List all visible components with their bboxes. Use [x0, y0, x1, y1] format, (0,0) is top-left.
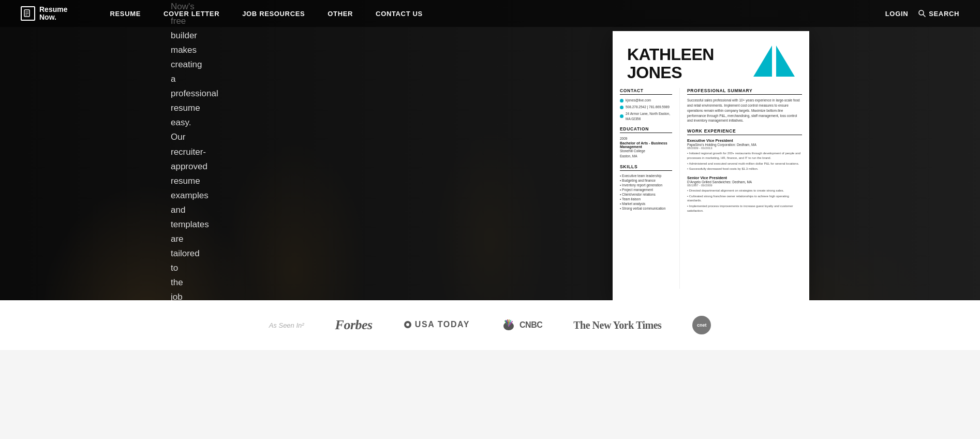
- hero-content: Get an Interview-Winning Resume in Minut…: [0, 0, 466, 300]
- nav-other[interactable]: OTHER: [316, 0, 364, 27]
- job1: Executive Vice President PapaSino's Hold…: [687, 138, 802, 171]
- resume-left-column: CONTACT kjones@live.com 508.278.2542 | 7…: [613, 88, 680, 289]
- job-bullet: Initiated regional growth for 200+ resta…: [687, 151, 802, 160]
- nyt-logo: The New York Times: [573, 319, 661, 331]
- resume-preview-card: KATHLEEN JONES CONTACT kjones@live.com: [613, 31, 809, 300]
- job1-bullets: Initiated regional growth for 200+ resta…: [687, 151, 802, 171]
- navbar: Resume Now. RESUME COVER LETTER JOB RESO…: [0, 0, 980, 27]
- logo-text: Resume Now.: [39, 6, 67, 22]
- forbes-logo: Forbes: [335, 317, 373, 333]
- logo-icon: [21, 6, 35, 21]
- resume-address: 24 Armor Lane, North Easton, MA 02356: [620, 111, 672, 122]
- cnbc-peacock-icon: [501, 319, 516, 331]
- svg-point-11: [406, 323, 409, 326]
- skill-item: Team liaison: [620, 197, 672, 201]
- nav-contact-us[interactable]: CONTACT US: [364, 0, 434, 27]
- cnbc-logo: CNBC: [501, 319, 542, 331]
- nav-job-resources[interactable]: JOB RESOURCES: [231, 0, 316, 27]
- work-section-title: WORK EXPERIENCE: [687, 128, 802, 135]
- resume-header: KATHLEEN JONES: [613, 31, 809, 82]
- job-bullet: Implemented process improvements to incr…: [687, 204, 802, 213]
- usatoday-icon: [404, 320, 412, 329]
- nav-cover-letter[interactable]: COVER LETTER: [152, 0, 231, 27]
- svg-line-5: [923, 14, 925, 17]
- skill-item: Executive team leadership: [620, 174, 672, 178]
- nav-resume[interactable]: RESUME: [98, 0, 152, 27]
- job-bullet: Cultivated strong franchise owner relati…: [687, 194, 802, 203]
- prof-summary-title: PROFESSIONAL SUMMARY: [687, 88, 802, 95]
- job-bullet: Successfully decreased food costs by $1.…: [687, 167, 802, 171]
- resume-body: CONTACT kjones@live.com 508.278.2542 | 7…: [613, 82, 809, 289]
- resume-phone: 508.278.2542 | 781.669.5989: [620, 105, 672, 110]
- nav-login[interactable]: LOGIN: [885, 10, 908, 18]
- nav-search[interactable]: SEARCH: [918, 10, 959, 18]
- job-bullet: Administered and executed several multi-…: [687, 162, 802, 166]
- resume-right-column: PROFESSIONAL SUMMARY Successful sales pr…: [680, 88, 809, 289]
- skill-item: Budgeting and finance: [620, 179, 672, 182]
- job-bullet: Directed departmental alignment on strat…: [687, 188, 802, 193]
- skill-item: Strong verbal communication: [620, 207, 672, 210]
- job2-bullets: Directed departmental alignment on strat…: [687, 188, 802, 213]
- contact-section-title: CONTACT: [620, 88, 672, 95]
- skill-item: Project management: [620, 188, 672, 192]
- nav-right: LOGIN SEARCH: [885, 10, 959, 18]
- as-seen-in-section: As Seen In² Forbes USA TODAY CNBC The Ne…: [0, 300, 980, 350]
- skill-item: Inventory report generation: [620, 183, 672, 187]
- usatoday-logo: USA TODAY: [404, 320, 470, 331]
- skills-section-title: SKILLS: [620, 164, 672, 171]
- hero-subtitle: Resume Now's free builder makes creating…: [171, 0, 176, 300]
- as-seen-label: As Seen In²: [269, 321, 304, 329]
- skill-item: Client/vendor relations: [620, 193, 672, 196]
- logo[interactable]: Resume Now.: [21, 6, 67, 22]
- resume-name: KATHLEEN JONES: [627, 46, 714, 82]
- education-section-title: EDUCATION: [620, 126, 672, 133]
- resume-decoration: [753, 46, 795, 77]
- search-icon: [918, 10, 926, 17]
- hero-section: Get an Interview-Winning Resume in Minut…: [0, 0, 980, 300]
- job2: Senior Vice President D'Angelo Grilled S…: [687, 175, 802, 213]
- resume-email: kjones@live.com: [620, 98, 672, 103]
- skills-list: Executive team leadershipBudgeting and f…: [620, 174, 672, 210]
- skill-item: Market analysis: [620, 202, 672, 206]
- nav-links: RESUME COVER LETTER JOB RESOURCES OTHER …: [98, 0, 885, 27]
- cnet-logo: cnet: [692, 316, 711, 334]
